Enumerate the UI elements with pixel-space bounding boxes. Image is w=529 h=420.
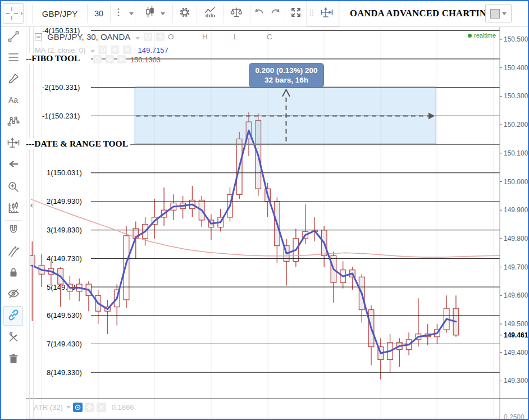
tool-lock[interactable] <box>3 263 23 283</box>
chevron-down-icon[interactable] <box>135 37 140 40</box>
tool-text-tool[interactable]: Aa <box>3 91 23 111</box>
snapshot-button[interactable] <box>485 4 512 22</box>
tool-zoom-in[interactable] <box>3 178 23 198</box>
magnet-icon <box>7 223 20 239</box>
tool-fibonacci[interactable] <box>3 48 23 68</box>
level-labels: -4(150.531)-3(150.431)-2(150.331)-1(150.… <box>42 26 82 377</box>
interval-button[interactable]: 30 <box>88 0 110 27</box>
atr-value: 0.1866 <box>112 403 134 412</box>
tool-brush[interactable] <box>3 70 23 89</box>
svg-text:-2(150.331): -2(150.331) <box>42 83 80 92</box>
compare-button[interactable] <box>224 0 249 27</box>
pattern-icon <box>7 115 20 130</box>
price-axis-label: 149.900 <box>504 206 528 214</box>
tool-trash[interactable] <box>3 350 23 369</box>
crosshair-mode-button[interactable] <box>3 3 24 24</box>
price-axis-label: 149.600 <box>504 291 528 299</box>
svg-text:3(149.830): 3(149.830) <box>47 226 82 234</box>
svg-text:Aa: Aa <box>8 95 18 104</box>
gear-ghost-icon[interactable] <box>156 33 165 41</box>
toolbar-separator <box>4 327 22 327</box>
close-label: C <box>267 33 272 41</box>
ma-slow-value: 150.1303 <box>130 56 161 64</box>
date-range-tool-annotation: <---DATE & RANGE TOOL <box>20 138 130 149</box>
tool-arrow-back[interactable] <box>3 155 23 175</box>
tool-eye-off[interactable] <box>3 285 23 304</box>
measure-bars: 32 bars, 16h <box>250 75 322 85</box>
link-icon <box>7 308 20 324</box>
date-range-tool-icon <box>7 136 20 152</box>
open-label: O <box>168 33 174 41</box>
collapse-legend-icon[interactable] <box>35 33 42 40</box>
tool-pattern[interactable] <box>3 112 23 132</box>
tool-pencils[interactable] <box>3 242 23 262</box>
eye-ghost-icon[interactable] <box>99 45 107 54</box>
eye-off-icon <box>7 287 20 303</box>
arrow-back-icon <box>7 157 20 173</box>
redo-button[interactable] <box>267 0 284 27</box>
lock-icon <box>7 266 20 281</box>
price-axis-label: 149.800 <box>504 235 528 243</box>
svg-text:8(149.330): 8(149.330) <box>47 368 82 377</box>
tool-magnet[interactable] <box>3 221 23 240</box>
tool-trend-line[interactable] <box>3 28 23 47</box>
gear-ghost-icon[interactable] <box>106 55 114 63</box>
snapshot-icon <box>490 9 500 19</box>
grip-dots-icon <box>308 1 315 28</box>
chart-style-button[interactable] <box>138 0 170 27</box>
price-axis-label: 149.500 <box>504 320 528 328</box>
text-tool-icon: Aa <box>7 93 20 109</box>
tool-date-range-tool[interactable] <box>3 134 23 153</box>
tool-measure[interactable] <box>3 199 23 219</box>
measure-tooltip: 0.200 (0.13%) 200 32 bars, 16h <box>249 63 324 88</box>
measure-value: 0.200 (0.13%) 200 <box>250 66 322 75</box>
pencils-icon <box>7 244 20 260</box>
low-label: L <box>234 33 238 41</box>
candlestick-series <box>30 112 459 380</box>
ma-fast-value: 149.7157 <box>138 46 168 54</box>
interval-menu-button[interactable] <box>111 0 135 27</box>
price-axis-label: 150.300 <box>504 92 528 100</box>
top-toolbar: GBP/JPY 30 OANDA ADVANCED CHARTING <box>0 0 529 27</box>
ma-fast-line <box>32 130 456 353</box>
active-tool-panel[interactable] <box>307 1 339 26</box>
svg-text:-1(150.231): -1(150.231) <box>42 112 80 120</box>
drawing-toolbar: Aa <box>0 27 26 420</box>
indicators-button[interactable] <box>197 0 222 27</box>
atr-close-icon[interactable] <box>97 403 106 412</box>
collapse-toolbar-handle[interactable] <box>30 203 33 208</box>
price-axis-label: 149.400 <box>504 349 528 357</box>
tool-tools[interactable] <box>3 328 23 348</box>
fibonacci-icon <box>7 51 20 66</box>
svg-text:1(150.031): 1(150.031) <box>47 168 82 177</box>
price-axis-label: 150.200 <box>504 121 528 129</box>
toolbar-separator <box>4 220 22 221</box>
price-axis-label: 150.400 <box>504 64 528 72</box>
legend-title: GBP/JPY, 30, OANDA <box>47 32 130 42</box>
settings-button[interactable] <box>173 0 196 27</box>
axis-ticks <box>500 39 502 381</box>
tools-icon <box>7 331 20 346</box>
gear-ghost-icon[interactable] <box>111 45 119 54</box>
close-ghost-icon[interactable] <box>123 45 131 54</box>
atr-gear-icon[interactable] <box>85 403 94 412</box>
tool-link[interactable] <box>3 306 23 326</box>
atr-legend: ATR (32) 0.1866 <box>34 403 134 412</box>
price-axis-label: 149.700 <box>504 263 528 271</box>
close-ghost-icon[interactable] <box>117 55 126 63</box>
eye-ghost-icon[interactable] <box>144 33 152 41</box>
date-range-icon <box>316 1 338 26</box>
svg-text:2(149.930): 2(149.930) <box>47 197 82 206</box>
undo-button[interactable] <box>250 0 267 27</box>
eye-ghost-icon[interactable] <box>93 55 102 63</box>
price-axis-label: 150.500 <box>504 35 528 43</box>
svg-text:4(149.730): 4(149.730) <box>47 254 82 263</box>
brush-icon <box>7 72 20 88</box>
price-axis-label: 150.000 <box>504 178 528 186</box>
trash-icon <box>7 352 20 368</box>
atr-eye-icon[interactable] <box>73 403 83 412</box>
current-price-label: 149.461 <box>504 331 528 339</box>
overlay-title: OANDA ADVANCED CHARTING <box>348 6 496 21</box>
symbol-button[interactable]: GBP/JPY <box>33 0 87 27</box>
fullscreen-button[interactable] <box>285 0 307 27</box>
